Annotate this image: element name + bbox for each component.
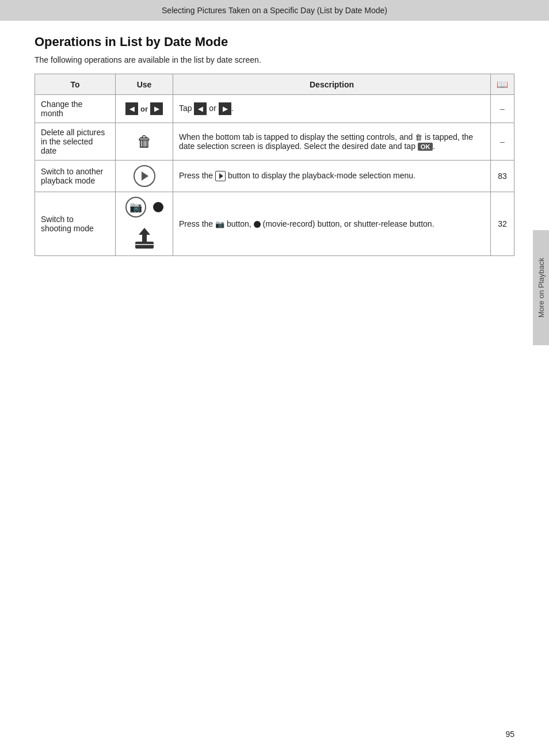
movie-record-dot-icon	[153, 202, 163, 212]
trash-icon: 🗑	[137, 133, 152, 150]
inline-trash-icon: 🗑	[415, 133, 422, 142]
row-use-shooting-bottom	[116, 224, 173, 256]
inline-play-icon	[215, 171, 226, 181]
inline-ok-icon: OK	[418, 143, 433, 151]
table-row: Change themonth ◀ or ▶ Tap ◀ or ▶. –	[35, 95, 514, 123]
row-ref-shooting: 32	[491, 192, 514, 256]
row-desc-change-month: Tap ◀ or ▶.	[173, 95, 491, 123]
right-btn-icon: ▶	[150, 102, 163, 115]
section-intro: The following operations are available i…	[35, 55, 514, 64]
camera-circle-icon: 📷	[125, 197, 146, 217]
inline-play-triangle	[219, 173, 223, 179]
row-use-playback	[116, 161, 173, 192]
left-btn-icon: ◀	[125, 102, 138, 115]
side-tab: More on Playback	[533, 230, 549, 345]
row-ref-change-month: –	[491, 95, 514, 123]
shooting-icons-top: 📷	[121, 197, 167, 217]
row-to-change-month: Change themonth	[35, 95, 116, 123]
playback-triangle-icon	[142, 171, 148, 181]
row-use-change-month: ◀ or ▶	[116, 95, 173, 123]
col-header-ref: 📖	[491, 74, 514, 95]
table-row: Delete all picturesin the selecteddate 🗑…	[35, 123, 514, 161]
row-to-playback: Switch to anotherplayback mode	[35, 161, 116, 192]
table-header-row: To Use Description 📖	[35, 74, 514, 95]
table-row: Switch toshooting mode 📷 Press the 📷 but	[35, 192, 514, 225]
col-header-desc: Description	[173, 74, 491, 95]
camera-icon: 📷	[129, 202, 142, 212]
row-to-delete: Delete all picturesin the selecteddate	[35, 123, 116, 161]
shutter-icon-container	[121, 227, 167, 251]
book-icon: 📖	[497, 79, 508, 89]
row-desc-playback: Press the button to display the playback…	[173, 161, 491, 192]
inline-right-btn: ▶	[219, 102, 231, 115]
section-title: Operations in List by Date Mode	[35, 35, 514, 49]
row-ref-delete: –	[491, 123, 514, 161]
main-content: Operations in List by Date Mode The foll…	[0, 21, 549, 279]
inline-left-btn: ◀	[194, 102, 207, 115]
playback-button-icon	[134, 165, 155, 187]
col-header-to: To	[35, 74, 116, 95]
row-use-delete: 🗑	[116, 123, 173, 161]
side-tab-label: More on Playback	[537, 258, 546, 318]
inline-camera-icon: 📷	[215, 220, 224, 228]
operations-table: To Use Description 📖 Change themonth ◀ o…	[35, 74, 514, 256]
row-to-shooting: Switch toshooting mode	[35, 192, 116, 256]
or-text-1: or	[140, 105, 148, 113]
table-row: Switch to anotherplayback mode Press the…	[35, 161, 514, 192]
page-header: Selecting Pictures Taken on a Specific D…	[0, 0, 549, 21]
page-number: 95	[505, 730, 514, 739]
row-desc-shooting: Press the 📷 button, (movie-record) butto…	[173, 192, 491, 256]
shutter-release-icon	[132, 227, 157, 251]
inline-movie-dot-icon	[254, 221, 261, 228]
svg-rect-1	[135, 242, 154, 249]
svg-marker-0	[139, 228, 150, 242]
row-desc-delete: When the bottom tab is tapped to display…	[173, 123, 491, 161]
row-ref-playback: 83	[491, 161, 514, 192]
lr-buttons-icon: ◀ or ▶	[125, 102, 163, 115]
col-header-use: Use	[116, 74, 173, 95]
row-use-shooting-top: 📷	[116, 192, 173, 225]
